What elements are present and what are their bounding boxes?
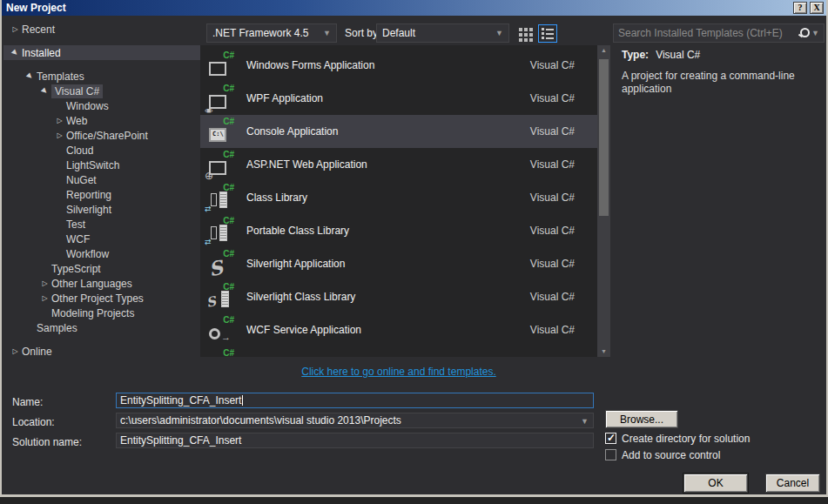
collapsed-arrow-icon[interactable]: ▷: [9, 347, 22, 355]
tree-item-other-project-types[interactable]: ▷Other Project Types: [3, 291, 200, 306]
collapsed-arrow-icon[interactable]: ▷: [53, 117, 66, 124]
tree-item-wcf[interactable]: WCF: [3, 232, 200, 246]
tree-item-label: Office/SharePoint: [66, 130, 148, 142]
template-tree: ▷Recent▶Installed▶Templates▶Visual C#Win…: [3, 22, 200, 359]
windows-forms-icon: C#: [206, 52, 234, 78]
tree-item-label: Cloud: [66, 144, 93, 157]
csharp-badge: C#: [223, 183, 234, 192]
tree-item-workflow[interactable]: Workflow: [3, 246, 200, 261]
tree-item-online[interactable]: ▷Online: [3, 344, 200, 359]
chevron-down-icon: ▼: [495, 29, 503, 37]
tree-item-label: Online: [22, 346, 52, 358]
framework-dropdown[interactable]: .NET Framework 4.5 ▼: [206, 24, 337, 43]
template-language: Visual C#: [530, 258, 575, 270]
search-input[interactable]: [618, 27, 796, 39]
ok-button[interactable]: OK: [683, 474, 748, 493]
tree-item-label: Other Project Types: [51, 292, 144, 305]
csharp-badge: C#: [223, 150, 234, 159]
template-item-asp-net-web-application[interactable]: ⊕C#ASP.NET Web ApplicationVisual C#: [200, 148, 597, 181]
tree-item-samples[interactable]: Samples: [3, 320, 200, 335]
tree-item-other-languages[interactable]: ▷Other Languages: [3, 276, 200, 291]
template-name: Class Library: [246, 192, 530, 204]
template-name: WPF Application: [246, 92, 530, 104]
search-icon[interactable]: [798, 27, 810, 39]
tree-item-label: Reporting: [66, 189, 111, 201]
expanded-arrow-icon[interactable]: ▶: [37, 84, 52, 98]
tree-item-label: Other Languages: [51, 278, 132, 290]
tree-item-templates[interactable]: ▶Templates: [3, 69, 200, 84]
sort-value: Default: [382, 27, 492, 39]
tree-item-lightswitch[interactable]: LightSwitch: [3, 158, 200, 172]
browse-button[interactable]: Browse...: [605, 410, 678, 428]
template-language: Visual C#: [530, 158, 575, 171]
template-item-windows-forms-application[interactable]: C#Windows Forms ApplicationVisual C#: [200, 49, 597, 82]
tree-item-test[interactable]: Test: [3, 217, 200, 232]
collapsed-arrow-icon[interactable]: ▷: [38, 294, 51, 302]
scroll-up-icon[interactable]: ▲: [597, 45, 610, 56]
template-description: A project for creating a command-line ap…: [622, 70, 826, 96]
tree-item-typescript[interactable]: TypeScript: [3, 261, 200, 276]
help-button[interactable]: ?: [793, 2, 807, 14]
tree-item-office-sharepoint[interactable]: ▷Office/SharePoint: [3, 128, 200, 143]
template-item-console-application[interactable]: C:\C#Console ApplicationVisual C#: [200, 115, 597, 148]
tree-item-label: Recent: [22, 24, 55, 36]
csharp-badge: C#: [223, 216, 234, 225]
collapsed-arrow-icon[interactable]: ▷: [38, 279, 51, 287]
source-control-checkbox[interactable]: [605, 449, 616, 460]
expanded-arrow-icon[interactable]: ▶: [23, 69, 37, 84]
tree-item-windows[interactable]: Windows: [3, 98, 200, 113]
collapsed-arrow-icon[interactable]: ▷: [9, 25, 22, 33]
framework-value: .NET Framework 4.5: [212, 27, 320, 39]
template-item-wcf-service-application[interactable]: →C#WCF Service ApplicationVisual C#: [200, 313, 597, 346]
tree-item-installed[interactable]: ▶Installed: [3, 45, 200, 60]
cancel-button[interactable]: Cancel: [765, 474, 820, 493]
template-list: C#Windows Forms ApplicationVisual C#‹■›C…: [200, 45, 597, 357]
tree-item-recent[interactable]: ▷Recent: [3, 22, 200, 37]
collapsed-arrow-icon[interactable]: ▷: [53, 131, 66, 139]
template-language: Visual C#: [530, 324, 575, 336]
tree-item-silverlight[interactable]: Silverlight: [3, 202, 200, 217]
template-name: WCF Service Application: [246, 324, 530, 336]
expanded-arrow-icon[interactable]: ▶: [8, 45, 23, 60]
new-project-dialog: New Project ? X ▷Recent▶Installed▶Templa…: [0, 0, 828, 497]
console-icon: C:\C#: [206, 118, 234, 144]
sort-dropdown[interactable]: Default ▼: [376, 24, 509, 43]
template-item-partial[interactable]: C#: [200, 346, 597, 357]
scrollbar[interactable]: ▲ ▼: [597, 45, 610, 357]
template-item-wpf-application[interactable]: ‹■›C#WPF ApplicationVisual C#: [200, 82, 597, 115]
go-online-link[interactable]: Click here to go online and find templat…: [200, 366, 597, 378]
tree-item-nuget[interactable]: NuGet: [3, 172, 200, 187]
list-view-button[interactable]: [538, 24, 557, 43]
create-directory-checkbox[interactable]: [605, 433, 616, 444]
solution-name-input[interactable]: EntitySplitting_CFA_Insert: [116, 433, 594, 448]
template-item-class-library[interactable]: ⇄C#Class LibraryVisual C#: [200, 181, 597, 214]
silverlight-class-library-icon: SC#: [206, 284, 234, 310]
create-directory-label: Create directory for solution: [622, 433, 750, 445]
tree-item-web[interactable]: ▷Web: [3, 113, 200, 128]
tree-item-visual-c[interactable]: ▶Visual C#: [3, 84, 200, 98]
tree-item-label: NuGet: [66, 174, 97, 186]
chevron-down-icon[interactable]: ▼: [811, 29, 819, 37]
tree-item-cloud[interactable]: Cloud: [3, 143, 200, 158]
template-language: Visual C#: [530, 192, 575, 204]
type-label: Type:: [622, 49, 649, 61]
small-icons-view-button[interactable]: [519, 28, 533, 42]
class-library-icon: ⇄C#: [206, 185, 234, 211]
type-value: Visual C#: [656, 49, 700, 61]
name-input[interactable]: EntitySplitting_CFA_Insert: [116, 393, 594, 408]
template-language: Visual C#: [530, 291, 575, 303]
template-name: Console Application: [246, 125, 530, 138]
scrollbar-thumb[interactable]: [599, 59, 609, 216]
location-dropdown[interactable]: c:\users\administrator\documents\visual …: [116, 413, 594, 428]
aspnet-icon: ⊕C#: [206, 151, 234, 178]
template-item-silverlight-application[interactable]: SC#Silverlight ApplicationVisual C#: [200, 247, 597, 280]
template-item-portable-class-library[interactable]: ⇄C#Portable Class LibraryVisual C#: [200, 214, 597, 247]
csharp-badge: C#: [223, 348, 234, 357]
template-item-silverlight-class-library[interactable]: SC#Silverlight Class LibraryVisual C#: [200, 280, 597, 313]
scroll-down-icon[interactable]: ▼: [597, 346, 610, 357]
source-control-label: Add to source control: [622, 449, 720, 461]
tree-item-reporting[interactable]: Reporting: [3, 187, 200, 202]
title-bar[interactable]: New Project ? X: [2, 0, 826, 16]
close-button[interactable]: X: [810, 2, 824, 14]
tree-item-modeling-projects[interactable]: Modeling Projects: [3, 306, 200, 320]
